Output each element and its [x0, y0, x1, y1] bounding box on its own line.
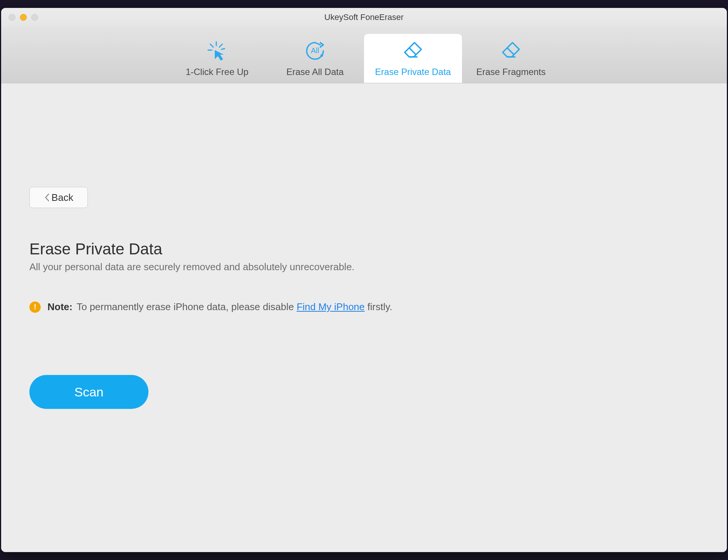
- note-prefix: To permanently erase iPhone data, please…: [76, 301, 297, 312]
- tabbar: 1-Click Free Up All Erase All Data: [1, 27, 727, 83]
- note-suffix: firstly.: [365, 301, 392, 312]
- page-heading: Erase Private Data: [29, 240, 699, 258]
- scan-button[interactable]: Scan: [29, 375, 148, 409]
- tab-erase-fragments[interactable]: Erase Fragments: [462, 34, 560, 83]
- tab-erase-private-data[interactable]: Erase Private Data: [364, 34, 462, 83]
- page-subheading: All your personal data are securely remo…: [29, 261, 699, 273]
- content-area: Back Erase Private Data All your persona…: [1, 83, 727, 552]
- svg-point-6: [321, 54, 323, 57]
- tab-label: Erase All Data: [286, 67, 344, 77]
- eraser-icon: [500, 40, 522, 62]
- tab-label: 1-Click Free Up: [186, 67, 249, 77]
- close-window-button[interactable]: [9, 14, 15, 21]
- tab-label: Erase Fragments: [476, 67, 546, 77]
- minimize-window-button[interactable]: [20, 14, 27, 21]
- svg-line-1: [210, 44, 213, 47]
- titlebar: UkeySoft FoneEraser: [1, 8, 727, 27]
- svg-text:All: All: [311, 46, 319, 55]
- tab-label: Erase Private Data: [375, 67, 451, 77]
- back-button[interactable]: Back: [29, 187, 88, 208]
- svg-line-2: [219, 44, 222, 47]
- cursor-spark-icon: [206, 40, 228, 62]
- tab-1-click-free-up[interactable]: 1-Click Free Up: [168, 34, 266, 83]
- note-label: Note:: [47, 301, 72, 312]
- back-label: Back: [52, 192, 73, 203]
- note-text-container: Note: To permanently erase iPhone data, …: [47, 301, 392, 313]
- svg-line-10: [507, 48, 514, 55]
- eraser-icon: [402, 40, 424, 62]
- chevron-left-icon: [44, 193, 50, 202]
- warning-icon: !: [29, 301, 41, 313]
- zoom-window-button[interactable]: [31, 14, 38, 21]
- scan-label: Scan: [74, 385, 104, 399]
- svg-line-8: [409, 48, 416, 55]
- note-row: ! Note: To permanently erase iPhone data…: [29, 301, 699, 313]
- traffic-lights: [1, 14, 38, 21]
- find-my-iphone-link[interactable]: Find My iPhone: [297, 301, 365, 312]
- clock-all-icon: All: [304, 40, 326, 62]
- app-window: UkeySoft FoneEraser 1-Click Free Up: [1, 8, 727, 552]
- window-title: UkeySoft FoneEraser: [324, 12, 404, 22]
- svg-line-4: [222, 49, 225, 49]
- tab-erase-all-data[interactable]: All Erase All Data: [266, 34, 364, 83]
